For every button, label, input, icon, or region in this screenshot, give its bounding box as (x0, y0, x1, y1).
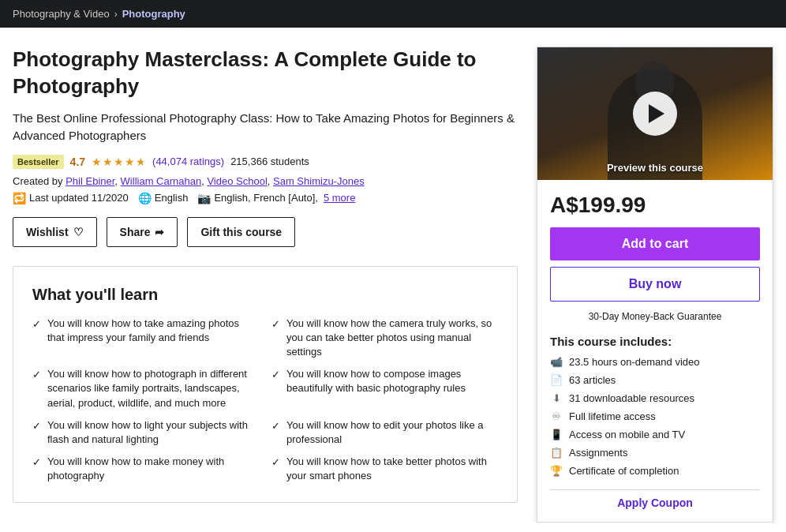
check-icon-0: ✓ (32, 317, 41, 360)
learn-item-text: You will know how to take amazing photos… (47, 317, 259, 360)
price: A$199.99 (550, 193, 760, 218)
includes-text: 63 articles (569, 374, 616, 386)
learn-grid: ✓You will know how to take amazing photo… (32, 317, 498, 484)
learn-item-text: You will know how to take better photos … (286, 455, 498, 483)
includes-text: 23.5 hours on-demand video (569, 356, 700, 368)
globe-icon: 🌐 (138, 192, 152, 204)
includes-item: 🏆Certificate of completion (550, 465, 760, 477)
add-to-cart-button[interactable]: Add to cart (550, 227, 760, 260)
apply-coupon-button[interactable]: Apply Coupon (617, 496, 693, 509)
bestseller-badge: Bestseller (13, 155, 64, 169)
check-icon-7: ✓ (271, 455, 280, 483)
includes-text: Assignments (569, 447, 627, 459)
learn-item-text: You will know how to light your subjects… (47, 418, 259, 447)
star-4: ★ (125, 155, 135, 168)
learn-section: What you'll learn ✓You will know how to … (13, 266, 518, 504)
card-body: A$199.99 Add to cart Buy now 30-Day Mone… (537, 180, 773, 522)
wishlist-button[interactable]: Wishlist ♡ (13, 217, 97, 247)
learn-item: ✓You will know how to edit your photos l… (271, 418, 498, 447)
learn-item-text: You will know how the camera truly works… (286, 317, 498, 360)
includes-icon-0: 📹 (550, 356, 563, 368)
star-3: ★ (114, 155, 124, 168)
includes-icon-5: 📋 (550, 447, 563, 459)
apply-coupon-section: Apply Coupon (550, 489, 760, 509)
right-column: Preview this course A$199.99 Add to cart… (537, 47, 773, 523)
captions: 📷 English, French [Auto], 5 more (197, 192, 355, 204)
includes-title: This course includes: (550, 335, 760, 348)
students-count: 215,366 students (230, 155, 309, 167)
star-rating: ★ ★ ★ ★ ★ (92, 155, 146, 168)
learn-item: ✓You will know how to take amazing photo… (32, 317, 259, 360)
last-updated-text: Last updated 11/2020 (29, 192, 129, 204)
learn-item: ✓You will know how the camera truly work… (271, 317, 498, 360)
includes-icon-6: 🏆 (550, 465, 563, 477)
includes-item: 📄63 articles (550, 374, 760, 386)
instructor-1[interactable]: Phil Ebiner (66, 175, 114, 187)
learn-title: What you'll learn (32, 286, 498, 304)
preview-container[interactable]: Preview this course (537, 47, 773, 180)
meta-row: 🔁 Last updated 11/2020 🌐 English 📷 Engli… (13, 192, 518, 204)
breadcrumb-separator: › (114, 9, 118, 20)
play-triangle-icon (649, 104, 664, 123)
includes-item: ⬇31 downloadable resources (550, 392, 760, 404)
learn-item-text: You will know how to compose images beau… (286, 367, 498, 410)
star-2: ★ (103, 155, 113, 168)
includes-text: Full lifetime access (569, 410, 656, 422)
star-1: ★ (92, 155, 102, 168)
buy-now-button[interactable]: Buy now (550, 267, 760, 302)
update-icon: 🔁 (13, 192, 26, 204)
includes-item: ♾Full lifetime access (550, 410, 760, 422)
play-button[interactable] (633, 92, 677, 136)
left-column: Photography Masterclass: A Complete Guid… (13, 47, 518, 523)
check-icon-5: ✓ (271, 419, 280, 447)
gift-label: Gift this course (200, 226, 282, 238)
learn-item: ✓You will know how to take better photos… (271, 455, 498, 483)
includes-item: 📹23.5 hours on-demand video (550, 356, 760, 368)
instructors-row: Created by Phil Ebiner, William Carnahan… (13, 175, 518, 187)
includes-icon-2: ⬇ (550, 392, 563, 404)
action-row: Wishlist ♡ Share ➦ Gift this course (13, 217, 518, 247)
course-card: Preview this course A$199.99 Add to cart… (537, 47, 773, 523)
includes-icon-1: 📄 (550, 374, 563, 386)
includes-icon-3: ♾ (550, 410, 563, 422)
share-icon: ➦ (155, 226, 164, 238)
learn-item: ✓You will know how to make money with ph… (32, 455, 259, 483)
instructor-4[interactable]: Sam Shimizu-Jones (273, 175, 365, 187)
ratings-count: (44,074 ratings) (152, 155, 224, 167)
check-icon-2: ✓ (32, 368, 41, 410)
includes-list: 📹23.5 hours on-demand video📄63 articles⬇… (550, 356, 760, 477)
includes-item: 📋Assignments (550, 447, 760, 459)
learn-item-text: You will know how to make money with pho… (47, 455, 259, 483)
preview-label: Preview this course (607, 162, 703, 174)
breadcrumb-current: Photography (122, 8, 185, 20)
badge-row: Bestseller 4.7 ★ ★ ★ ★ ★ (44,074 ratings… (13, 155, 518, 169)
learn-item-text: You will know how to edit your photos li… (286, 418, 498, 447)
captions-text: English, French [Auto], (214, 192, 318, 204)
more-captions-link[interactable]: 5 more (324, 192, 355, 204)
share-label: Share (120, 226, 151, 238)
learn-item: ✓You will know how to photograph in diff… (32, 367, 259, 410)
heart-icon: ♡ (73, 226, 84, 238)
instructor-3[interactable]: Video School (207, 175, 267, 187)
captions-icon: 📷 (197, 192, 211, 204)
language-text: English (155, 192, 189, 204)
wishlist-label: Wishlist (26, 226, 69, 238)
check-icon-1: ✓ (271, 317, 280, 360)
gift-button[interactable]: Gift this course (187, 217, 295, 247)
includes-text: Certificate of completion (569, 465, 679, 477)
includes-icon-4: 📱 (550, 429, 563, 440)
breadcrumb-parent[interactable]: Photography & Video (13, 8, 110, 20)
last-updated: 🔁 Last updated 11/2020 (13, 192, 129, 204)
instructor-2[interactable]: William Carnahan (121, 175, 202, 187)
learn-item: ✓You will know how to light your subject… (32, 418, 259, 447)
check-icon-6: ✓ (32, 455, 41, 483)
check-icon-3: ✓ (271, 368, 280, 410)
breadcrumb-bar: Photography & Video › Photography (0, 0, 786, 28)
includes-text: 31 downloadable resources (569, 392, 694, 404)
check-icon-4: ✓ (32, 419, 41, 447)
course-subtitle: The Best Online Professional Photography… (13, 110, 518, 145)
share-button[interactable]: Share ➦ (107, 217, 178, 247)
created-by-label: Created by (13, 175, 66, 187)
includes-item: 📱Access on mobile and TV (550, 429, 760, 440)
learn-item-text: You will know how to photograph in diffe… (47, 367, 259, 410)
